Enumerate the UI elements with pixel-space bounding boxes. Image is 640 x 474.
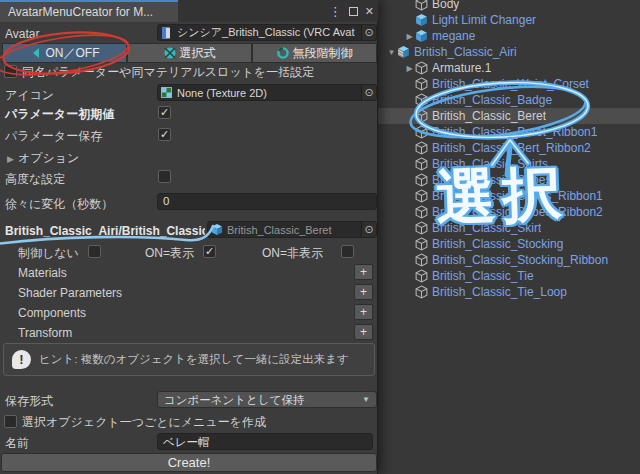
icon-object-field[interactable]: None (Texture 2D) ⊙ — [157, 84, 377, 101]
cube-outline-icon — [415, 286, 429, 299]
chevron-right-icon[interactable]: ▶ — [404, 64, 415, 73]
hierarchy-item[interactable]: British_Classic_Skirt — [378, 220, 640, 236]
cube-outline-icon — [415, 222, 429, 235]
hierarchy-item-label: British_Classic_Beret_Ribbon1 — [432, 125, 597, 139]
no-control-label: 制御しない — [18, 245, 79, 262]
hierarchy-item[interactable]: British_Classic_Shoes — [378, 172, 640, 188]
add-materials-button[interactable]: + — [354, 264, 373, 280]
avatar-object-field[interactable]: シンシア_British_Classic (VRC Avat ⊙ — [157, 24, 377, 41]
hierarchy-item[interactable]: British_Classic_Waist_Corset — [378, 76, 640, 92]
hierarchy-item-label: British_Classic_Tie_Loop — [432, 285, 567, 299]
hierarchy-item[interactable]: British_Classic_Stocking — [378, 236, 640, 252]
hierarchy-item-label: British_Classic_Shoes_Ribbon1 — [432, 189, 603, 203]
hierarchy-panel: BodyLight Limit Changer▶megane▼British_C… — [378, 0, 640, 474]
cube-outline-icon — [415, 238, 429, 251]
on-hide-label: ON=非表示 — [262, 245, 323, 262]
object-picker-icon[interactable]: ⊙ — [361, 85, 376, 100]
cube-prefab-icon — [415, 30, 429, 43]
name-input[interactable]: ベレー帽 — [157, 433, 373, 450]
hierarchy-item[interactable]: ▶Armature.1 — [378, 60, 640, 76]
cube-outline-icon — [415, 62, 429, 75]
close-icon[interactable]: ✕ — [365, 5, 374, 18]
section-components: Components — [18, 306, 86, 320]
hierarchy-item[interactable]: Body — [378, 0, 640, 12]
kebab-menu-icon[interactable]: ⋮ — [329, 4, 342, 19]
object-picker-icon[interactable]: ⊙ — [361, 222, 376, 237]
bulk-set-checkbox[interactable] — [4, 65, 17, 78]
hierarchy-item-label: British_Classic_Skirt — [432, 221, 541, 235]
hierarchy-item[interactable]: British_Classic_Shoes_Ribbon1 — [378, 188, 640, 204]
chevron-right-icon: ▶ — [7, 154, 14, 164]
cube-outline-icon — [415, 94, 429, 107]
per-object-label: 選択オブジェクト一つごとにメニューを作成 — [22, 414, 266, 431]
on-show-checkbox[interactable] — [203, 245, 216, 258]
param-save-checkbox[interactable] — [158, 128, 171, 141]
param-default-checkbox[interactable] — [158, 106, 171, 119]
chevron-right-icon[interactable]: ▶ — [404, 32, 415, 41]
hierarchy-item[interactable]: British_Classic_Stocking_Ribbon — [378, 252, 640, 268]
cube-outline-icon — [415, 78, 429, 91]
hierarchy-item-label: British_Classic_Shoes_Ribbon2 — [432, 205, 603, 219]
avatar-object-name: シンシア_British_Classic (VRC Avat — [175, 25, 361, 40]
add-transform-button[interactable]: + — [354, 324, 373, 340]
hint-box: ! ヒント: 複数のオブジェクトを選択して一緒に設定出来ます — [3, 343, 375, 376]
hierarchy-item[interactable]: British_Classic_Tie — [378, 268, 640, 284]
target-object-field[interactable]: British_Classic_Beret ⊙ — [207, 221, 377, 238]
cube-outline-icon — [415, 270, 429, 283]
hierarchy-item[interactable]: British_Classic_Badge — [378, 92, 640, 108]
hierarchy-item-label: British_Classic_Waist_Corset — [432, 77, 589, 91]
transition-input[interactable]: 0 — [157, 193, 377, 210]
param-default-label: パラメーター初期値 — [5, 106, 114, 123]
add-component-button[interactable]: + — [354, 304, 373, 320]
hierarchy-item[interactable]: British_Classic_Shoes_Ribbon2 — [378, 204, 640, 220]
hierarchy-item[interactable]: British_Classic_Beret_Ribbon1 — [378, 124, 640, 140]
hierarchy-item[interactable]: ▼British_Classic_Airi — [378, 44, 640, 60]
advanced-label: 高度な設定 — [5, 171, 65, 188]
hierarchy-item-label: British_Classic_Airi — [414, 45, 517, 59]
cube-outline-icon — [415, 174, 429, 187]
add-shader-parameter-button[interactable]: + — [354, 284, 373, 300]
window-tab[interactable]: AvatarMenuCreator for M... — [0, 0, 178, 22]
hierarchy-item[interactable]: British_Classic_Shirts — [378, 156, 640, 172]
hierarchy-item-label: Light Limit Changer — [432, 13, 536, 27]
hint-text: ヒント: 複数のオブジェクトを選択して一緒に設定出来ます — [39, 352, 349, 367]
options-foldout[interactable]: ▶オプション — [7, 150, 79, 167]
cube-outline-icon — [415, 254, 429, 267]
cube-outline-icon — [415, 142, 429, 155]
transition-label: 徐々に変化（秒数） — [5, 196, 113, 213]
save-format-label: 保存形式 — [5, 393, 53, 410]
target-object-name: British_Classic_Beret — [225, 224, 361, 236]
maximize-icon[interactable] — [349, 7, 358, 16]
save-format-dropdown[interactable]: コンポーネントとして保持 — [157, 391, 377, 408]
window-titlebar: AvatarMenuCreator for M... ⋮ ✕ — [0, 0, 378, 22]
hierarchy-item[interactable]: British_Classic_Tie_Loop — [378, 284, 640, 300]
hierarchy-item[interactable]: British_Classic_Bert_Ribbon2 — [378, 140, 640, 156]
create-button[interactable]: Create! — [1, 453, 377, 472]
hierarchy-item[interactable]: ▶megane — [378, 28, 640, 44]
tab-slider[interactable]: 無段階制御 — [252, 43, 377, 63]
section-shader-parameters: Shader Parameters — [18, 286, 122, 300]
prefab-cube-icon — [211, 223, 225, 236]
bulk-set-label: 同名パラメーターや同マテリアルスロットを一括設定 — [22, 64, 314, 81]
no-control-checkbox[interactable] — [88, 245, 101, 258]
hierarchy-item[interactable]: British_Classic_Beret — [378, 108, 640, 124]
cube-prefab-icon — [415, 14, 429, 27]
hierarchy-item-label: British_Classic_Stocking — [432, 237, 563, 251]
hierarchy-item-label: British_Classic_Stocking_Ribbon — [432, 253, 608, 267]
target-path-label: British_Classic_Airi/British_Classic — [5, 224, 205, 238]
on-hide-checkbox[interactable] — [341, 245, 354, 258]
chevron-down-icon[interactable]: ▼ — [386, 48, 397, 57]
object-picker-icon[interactable]: ⊙ — [361, 25, 376, 40]
hierarchy-item[interactable]: Light Limit Changer — [378, 12, 640, 28]
screen: BodyLight Limit Changer▶megane▼British_C… — [0, 0, 640, 474]
cube-outline-icon — [415, 158, 429, 171]
advanced-checkbox[interactable] — [158, 170, 171, 183]
per-object-checkbox[interactable] — [4, 415, 17, 428]
hierarchy-item-label: megane — [432, 29, 475, 43]
info-icon: ! — [12, 350, 31, 369]
cube-outline-icon — [415, 110, 429, 123]
param-save-label: パラメーター保存 — [5, 128, 102, 145]
tab-choose[interactable]: 選択式 — [127, 43, 252, 63]
tab-on-off[interactable]: ON／OFF — [2, 43, 127, 63]
hierarchy-item-label: British_Classic_Shoes — [432, 173, 551, 187]
